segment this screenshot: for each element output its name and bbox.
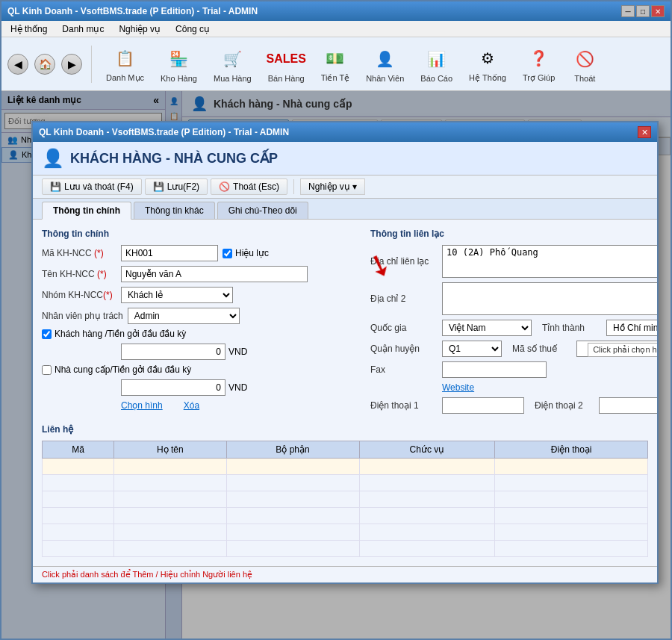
luu-label: Lưu(F2) [167, 181, 199, 192]
contact-row-1 [43, 459, 648, 475]
toolbar-bao-cao[interactable]: 📊 Báo Cáo [415, 42, 458, 87]
col-chuc-vu: Chức vụ [359, 441, 495, 459]
contact-ma-4 [43, 508, 114, 524]
contact-row-5 [43, 524, 648, 541]
menu-cong-cu[interactable]: Công cụ [169, 22, 216, 35]
toolbar-tien-te[interactable]: 💵 Tiền Tệ [316, 41, 355, 87]
hieu-luc-checkbox[interactable] [223, 249, 232, 258]
menu-bar: Hệ thống Danh mục Nghiệp vụ Công cụ [1, 21, 671, 37]
nhom-select[interactable]: Khách lẻ [121, 287, 233, 303]
danh-muc-icon: 📋 [112, 45, 139, 72]
he-thong-label: Hệ Thống [469, 73, 506, 83]
col-bo-phan: Bộ phận [226, 441, 359, 459]
nha-cung-cap-checkbox[interactable] [42, 365, 52, 375]
khach-hang-vnd: VND [121, 344, 247, 360]
ma-kh-label: Mã KH-NCC (*) [42, 248, 116, 258]
nhan-vien-select[interactable]: Admin [128, 308, 240, 324]
contact-ma-5 [43, 524, 114, 541]
row-nhan-vien: Nhân viên phụ trách Admin [42, 308, 355, 324]
menu-danh-muc[interactable]: Danh mục [56, 22, 110, 35]
window-controls: ─ □ ✕ [621, 5, 665, 17]
khach-hang-checkbox[interactable] [42, 329, 52, 339]
nha-cung-cap-amount-input[interactable] [121, 379, 225, 396]
toolbar-ban-hang[interactable]: SALES Bán Hàng [263, 42, 310, 87]
contact-dt-1 [495, 459, 648, 475]
toolbar-mua-hang[interactable]: 🛒 Mua Hàng [208, 42, 257, 87]
khach-hang-amount-input[interactable] [121, 344, 225, 360]
contact-bo-phan-3 [226, 491, 359, 508]
tab-ghi-chu[interactable]: Ghi chú-Theo dõi [217, 202, 308, 219]
contact-dt-5 [495, 524, 648, 541]
tien-te-icon: 💵 [322, 45, 349, 72]
col-ma: Mã [43, 441, 114, 459]
maximize-button[interactable]: □ [636, 5, 650, 17]
modal-close-button[interactable]: ✕ [638, 126, 651, 138]
btn-thoat-esc[interactable]: 🚫 Thoát (Esc) [211, 178, 287, 195]
kho-hang-label: Kho Hàng [161, 74, 197, 83]
dien-thoai2-input[interactable] [599, 397, 657, 414]
contact-ho-ten-5 [114, 524, 226, 541]
nhan-vien-label: Nhân viên phụ trách [42, 311, 123, 321]
row-quoc-gia: Quốc gia Việt Nam Tỉnh thành Hồ Chí minh [370, 320, 657, 336]
nhom-label: Nhóm KH-NCC(*) [42, 290, 116, 300]
mua-hang-icon: 🛒 [219, 46, 246, 72]
modal-body: Thông tin chính Mã KH-NCC (*) Hiệu lực [33, 220, 657, 566]
contact-table: Mã Họ tên Bộ phận Chức vụ Điện thoại [42, 441, 648, 557]
ma-so-thue-label: Mã số thuế [512, 344, 572, 354]
btn-luu[interactable]: 💾 Lưu(F2) [145, 178, 208, 195]
row-hinh-actions: Chọn hình Xóa [42, 400, 355, 411]
website-link[interactable]: Website [442, 382, 474, 393]
ma-kh-input[interactable] [121, 245, 218, 261]
toolbar-kho-hang[interactable]: 🏪 Kho Hàng [155, 42, 202, 87]
contact-ma-2 [43, 475, 114, 491]
fax-input[interactable] [442, 361, 547, 378]
btn-nghiep-vu[interactable]: Nghiệp vụ ▾ [300, 178, 365, 195]
toolbar-nhan-vien[interactable]: 👤 Nhân Viên [361, 42, 409, 87]
dia-chi2-label: Địa chỉ 2 [370, 293, 438, 304]
bao-cao-label: Báo Cáo [420, 74, 452, 83]
form-col-right: Thông tin liên lạc Địa chỉ liên lạc 10 (… [370, 229, 657, 418]
contact-ma-1 [43, 459, 114, 475]
col-ho-ten: Họ tên [114, 441, 226, 459]
modal-header-icon: 👤 [42, 148, 64, 169]
close-button[interactable]: ✕ [651, 5, 665, 17]
dien-thoai1-input[interactable] [442, 397, 524, 414]
toolbar-he-thong[interactable]: ⚙ Hệ Thống [464, 41, 511, 87]
quan-huyen-select[interactable]: Q1 [442, 341, 502, 357]
nha-cung-cap-label-text: Nhà cung cấp/Tiền gởi đầu đầu kỳ [55, 364, 191, 375]
dia-chi-textarea[interactable]: 10 (2A) Phố Quang [442, 245, 657, 278]
ten-kh-input[interactable] [121, 266, 308, 282]
toolbar-tro-giup[interactable]: ❓ Trợ Giúp [517, 41, 560, 87]
dia-chi2-textarea[interactable] [442, 282, 657, 315]
hieu-luc-label: Hiệu lực [223, 248, 269, 258]
menu-nghiep-vu[interactable]: Nghiệp vụ [113, 22, 167, 35]
tab-thong-tin-khac[interactable]: Thông tin khác [134, 202, 215, 219]
home-button[interactable]: 🏠 [34, 54, 55, 75]
thoat-esc-label: Thoát (Esc) [233, 181, 279, 192]
forward-button[interactable]: ▶ [61, 54, 82, 75]
xoa-hinh-link[interactable]: Xóa [184, 400, 199, 411]
menu-he-thong[interactable]: Hệ thống [4, 22, 53, 35]
btn-luu-thoat[interactable]: 💾 Lưu và thoát (F4) [42, 178, 142, 195]
toolbar-thoat[interactable]: 🚫 Thoát [566, 42, 603, 87]
minimize-button[interactable]: ─ [621, 5, 635, 17]
chon-hinh-link[interactable]: Chọn hình [121, 400, 163, 411]
modal-window-title: QL Kinh Doanh - VsoftBMS.trade (P Editio… [39, 127, 289, 137]
form-columns: Thông tin chính Mã KH-NCC (*) Hiệu lực [42, 229, 648, 418]
contact-chuc-vu-5 [359, 524, 495, 541]
main-title-bar: QL Kinh Doanh - VsoftBMS.trade (P Editio… [1, 1, 671, 21]
contact-bo-phan-2 [226, 475, 359, 491]
left-section-title: Thông tin chính [42, 229, 355, 239]
back-button[interactable]: ◀ [7, 54, 28, 75]
toolbar-danh-muc[interactable]: 📋 Danh Mục [101, 41, 149, 87]
row-dia-chi: Địa chỉ liên lạc 10 (2A) Phố Quang ▲ ▼ [370, 245, 657, 278]
nha-cung-cap-vnd: VND [121, 379, 247, 396]
tinh-thanh-select[interactable]: Hồ Chí minh [606, 320, 657, 336]
quoc-gia-select[interactable]: Việt Nam [442, 320, 532, 336]
tab-thong-tin-chinh[interactable]: Thông tin chính [42, 202, 131, 220]
footer-hint: Click phải danh sách để Thêm / Hiệu chỉn… [33, 566, 657, 582]
row-fax: Fax Click phải chọn hình Email [370, 361, 657, 378]
main-toolbar: ◀ 🏠 ▶ 📋 Danh Mục 🏪 Kho Hàng 🛒 Mua Hàng S… [1, 37, 671, 91]
row-nha-cung-cap-amount: VND [42, 379, 355, 396]
luu-icon: 💾 [153, 181, 164, 192]
